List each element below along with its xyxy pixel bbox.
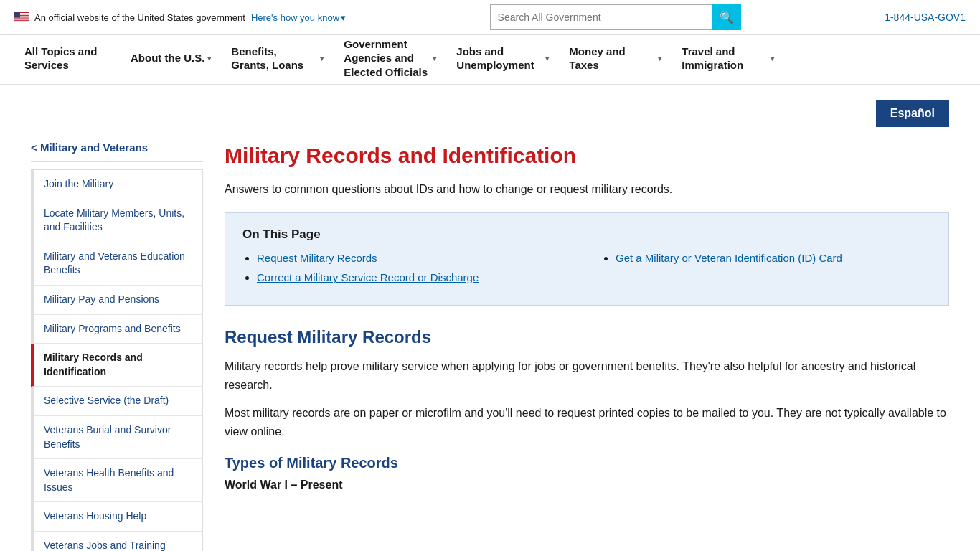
types-sub-heading: World War I – Present (225, 479, 949, 491)
chevron-down-icon: ▾ (320, 54, 324, 63)
sidebar-item-jobs-training[interactable]: Veterans Jobs and Training (34, 532, 202, 551)
espanol-button[interactable]: Español (876, 100, 949, 127)
request-para-1: Military records help prove military ser… (225, 357, 949, 394)
sidebar-item-housing[interactable]: Veterans Housing Help (34, 502, 202, 532)
search-button[interactable]: 🔍 (712, 4, 741, 30)
main-nav: All Topics and Services About the U.S. ▾… (0, 35, 980, 85)
types-heading: Types of Military Records (225, 455, 949, 471)
on-this-page-cols: Request Military Records Correct a Milit… (242, 252, 931, 291)
svg-rect-10 (14, 20, 29, 21)
chevron-down-icon: ▾ (433, 54, 436, 63)
chevron-down-icon: ▾ (658, 54, 661, 63)
on-this-page-title: On This Page (242, 227, 931, 242)
svg-rect-9 (14, 19, 29, 20)
page-subtitle: Answers to common questions about IDs an… (225, 181, 949, 198)
chevron-down-icon: ▾ (341, 12, 346, 23)
correct-record-link[interactable]: Correct a Military Service Record or Dis… (257, 271, 479, 283)
svg-rect-12 (14, 22, 29, 22)
search-area: 🔍 (490, 4, 741, 30)
on-this-page-col-1: Request Military Records Correct a Milit… (242, 252, 573, 291)
svg-rect-13 (14, 12, 20, 18)
nav-item-benefits[interactable]: Benefits, Grants, Loans ▾ (221, 35, 334, 84)
request-records-heading: Request Military Records (225, 327, 949, 347)
page-wrapper: Español Military and Veterans Join the M… (17, 85, 963, 551)
search-icon: 🔍 (720, 11, 734, 24)
sidebar-parent-link[interactable]: Military and Veterans (31, 141, 203, 162)
main-content: Military Records and Identification Answ… (225, 141, 949, 551)
nav-item-all-topics[interactable]: All Topics and Services (14, 35, 121, 84)
sidebar-item-selective[interactable]: Selective Service (the Draft) (34, 387, 202, 416)
list-item: Request Military Records (257, 252, 573, 264)
espanol-area: Español (31, 100, 949, 127)
request-records-link[interactable]: Request Military Records (257, 252, 377, 264)
nav-item-jobs[interactable]: Jobs and Unemployment ▾ (446, 35, 559, 84)
us-flag-icon (14, 12, 29, 22)
get-id-card-link[interactable]: Get a Military or Veteran Identification… (616, 252, 842, 264)
content-layout: Military and Veterans Join the Military … (31, 141, 949, 551)
phone-link[interactable]: 1-844-USA-GOV1 (885, 11, 966, 23)
sidebar-nav: Join the Military Locate Military Member… (31, 169, 203, 551)
sidebar: Military and Veterans Join the Military … (31, 141, 203, 551)
request-para-2: Most military records are on paper or mi… (225, 404, 949, 441)
page-title: Military Records and Identification (225, 141, 949, 169)
official-notice: An official website of the United States… (14, 12, 346, 23)
svg-rect-7 (14, 18, 29, 19)
svg-rect-11 (14, 21, 29, 22)
nav-item-travel[interactable]: Travel and Immigration ▾ (672, 35, 784, 84)
on-this-page-box: On This Page Request Military Records Co… (225, 212, 949, 306)
list-item: Correct a Military Service Record or Dis… (257, 271, 573, 283)
sidebar-item-education[interactable]: Military and Veterans Education Benefits (34, 242, 202, 286)
top-bar: An official website of the United States… (0, 0, 980, 35)
official-text: An official website of the United States… (34, 12, 245, 23)
chevron-down-icon: ▾ (207, 54, 211, 63)
heres-how-link[interactable]: Here's how you know ▾ (251, 12, 346, 23)
sidebar-item-programs[interactable]: Military Programs and Benefits (34, 315, 202, 344)
sidebar-item-locate[interactable]: Locate Military Members, Units, and Faci… (34, 199, 202, 242)
sidebar-item-join[interactable]: Join the Military (34, 170, 202, 199)
sidebar-item-burial[interactable]: Veterans Burial and Survivor Benefits (34, 416, 202, 459)
nav-item-money[interactable]: Money and Taxes ▾ (559, 35, 672, 84)
chevron-down-icon: ▾ (545, 54, 549, 63)
sidebar-item-health[interactable]: Veterans Health Benefits and Issues (34, 459, 202, 502)
search-input[interactable] (490, 4, 712, 30)
on-this-page-col-2: Get a Military or Veteran Identification… (601, 252, 931, 291)
nav-item-about[interactable]: About the U.S. ▾ (121, 35, 221, 84)
sidebar-item-records[interactable]: Military Records and Identification (31, 344, 202, 387)
nav-item-gov-agencies[interactable]: Government Agencies and Elected Official… (334, 35, 446, 84)
sidebar-item-pay[interactable]: Military Pay and Pensions (34, 286, 202, 315)
svg-rect-8 (14, 19, 29, 19)
chevron-down-icon: ▾ (771, 54, 774, 63)
list-item: Get a Military or Veteran Identification… (616, 252, 931, 264)
